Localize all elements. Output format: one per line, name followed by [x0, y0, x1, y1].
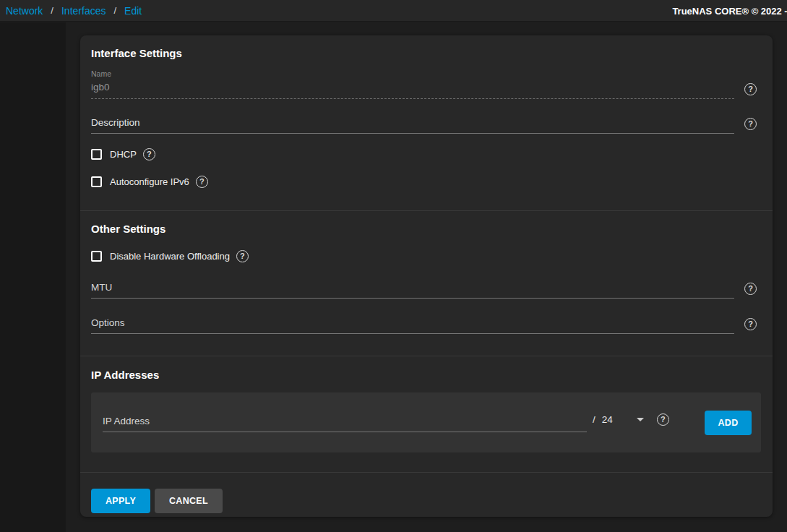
ip-address-input[interactable]: [103, 413, 587, 432]
chevron-down-icon: [637, 418, 644, 421]
branding-copyright: TrueNAS CORE® © 2022 - iX: [672, 0, 787, 22]
section-title-ip-addresses: IP Addresses: [91, 369, 757, 382]
description-field-row: [91, 114, 757, 134]
add-button[interactable]: ADD: [705, 411, 752, 435]
mtu-help-icon[interactable]: [744, 283, 757, 295]
breadcrumb-network[interactable]: Network: [6, 5, 43, 17]
disable-hardware-offloading-label: Disable Hardware Offloading: [110, 251, 230, 262]
autoconfigure-ipv6-label: Autoconfigure IPv6: [110, 176, 189, 187]
breadcrumb: Network / Interfaces / Edit: [6, 5, 142, 17]
name-field-row: Name: [91, 69, 757, 99]
section-divider: [80, 356, 773, 356]
prefix-select[interactable]: / 24: [593, 414, 644, 431]
options-help-icon[interactable]: [744, 318, 757, 330]
prefix-separator: /: [593, 414, 595, 425]
section-title-other-settings: Other Settings: [91, 223, 757, 236]
autoconfigure-ipv6-checkbox[interactable]: [91, 176, 102, 187]
name-input: [91, 79, 734, 99]
description-input[interactable]: [91, 114, 734, 134]
section-title-interface-settings: Interface Settings: [91, 47, 757, 60]
mtu-field-row: [91, 279, 757, 299]
cancel-button[interactable]: CANCEL: [155, 489, 223, 513]
apply-button[interactable]: APPLY: [91, 489, 150, 513]
ip-address-panel: / 24 ADD: [91, 392, 761, 452]
sidebar-rail: [0, 22, 66, 532]
options-input[interactable]: [91, 314, 734, 334]
breadcrumb-interfaces[interactable]: Interfaces: [61, 5, 106, 17]
disable-hardware-offloading-checkbox[interactable]: [91, 251, 102, 262]
autoconfigure-ipv6-row: Autoconfigure IPv6: [91, 176, 757, 188]
disable-hardware-offloading-help-icon[interactable]: [236, 250, 249, 262]
ip-address-help-icon[interactable]: [657, 413, 669, 426]
breadcrumb-separator: /: [113, 5, 116, 16]
options-field-row: [91, 314, 757, 334]
section-divider: [80, 210, 773, 211]
dhcp-label: DHCP: [110, 149, 137, 160]
dhcp-help-icon[interactable]: [143, 148, 155, 160]
name-field-label: Name: [91, 69, 734, 79]
disable-hardware-offloading-row: Disable Hardware Offloading: [91, 250, 757, 262]
autoconfigure-ipv6-help-icon[interactable]: [196, 176, 208, 188]
breadcrumb-edit[interactable]: Edit: [124, 5, 142, 17]
section-divider: [80, 472, 773, 473]
prefix-value: 24: [602, 414, 613, 425]
form-actions: APPLY CANCEL: [91, 489, 757, 513]
dhcp-row: DHCP: [91, 148, 757, 160]
name-help-icon[interactable]: [744, 83, 757, 95]
branding-text: TrueNAS CORE® © 2022 -: [672, 6, 787, 17]
mtu-input[interactable]: [91, 279, 734, 299]
interface-edit-card: Interface Settings Name DHCP Autoconfigu…: [80, 35, 773, 517]
top-bar: Network / Interfaces / Edit TrueNAS CORE…: [0, 0, 787, 22]
description-help-icon[interactable]: [744, 118, 757, 130]
dhcp-checkbox[interactable]: [91, 149, 102, 160]
breadcrumb-separator: /: [51, 5, 53, 16]
